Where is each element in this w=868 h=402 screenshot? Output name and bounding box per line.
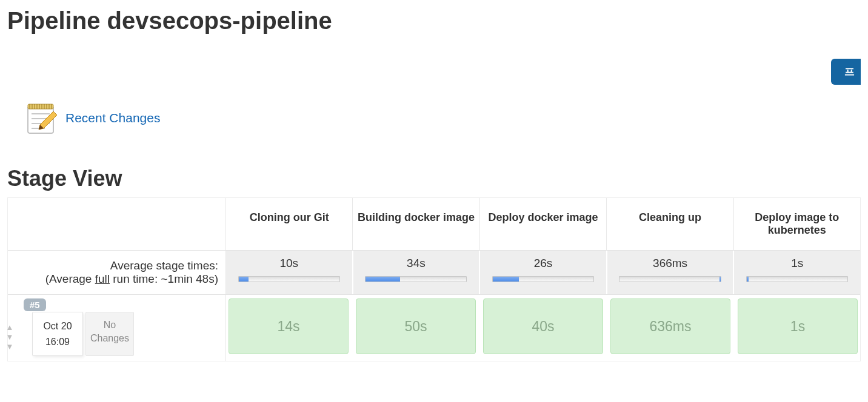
stage-header-row: Cloning our Git Building docker image De…: [8, 198, 860, 250]
average-time: 26s: [534, 257, 553, 269]
build-run-row[interactable]: ▲▼▼ #5 Oct 20 16:09 No Changes 14s 50s 4…: [8, 295, 860, 361]
page-title: Pipeline devsecops-pipeline: [7, 7, 861, 35]
changes-line1: No: [90, 318, 130, 332]
changes-line2: Changes: [90, 332, 130, 345]
header-left-spacer: [8, 198, 226, 250]
run-stage-cell[interactable]: 1s: [735, 295, 860, 361]
stage-duration-box: 1s: [738, 298, 858, 354]
average-cell: 26s: [480, 251, 607, 294]
stage-view-heading: Stage View: [7, 166, 861, 191]
run-side-arrows-icon: ▲▼▼: [5, 323, 14, 352]
avg-line2-full-word: full: [95, 272, 110, 285]
header-action-button[interactable]: 프: [831, 59, 861, 85]
stage-duration-box: 40s: [483, 298, 603, 354]
stage-header: Deploy image to kubernetes: [734, 198, 860, 250]
run-meta: Oct 20 16:09 No Changes: [32, 312, 134, 356]
build-number-badge[interactable]: #5: [24, 298, 46, 311]
stage-duration-box: 50s: [356, 298, 476, 354]
average-cell: 1s: [734, 251, 860, 294]
average-stage-row: Average stage times: (Average full run t…: [8, 250, 860, 295]
avg-line2-prefix: (Average: [45, 272, 95, 285]
stage-view-table: Cloning our Git Building docker image De…: [7, 197, 861, 361]
progress-bar-fill: [493, 277, 519, 282]
average-label-line2: (Average full run time: ~1min 48s): [45, 272, 218, 286]
top-actions: 프: [7, 59, 861, 85]
progress-bar-fill: [239, 277, 249, 282]
average-time: 1s: [791, 257, 803, 269]
stage-header: Deploy docker image: [480, 198, 607, 250]
run-stage-cell[interactable]: 40s: [481, 295, 608, 361]
progress-bar-fill: [366, 277, 400, 282]
average-time: 10s: [279, 257, 298, 269]
stage-header: Building docker image: [353, 198, 479, 250]
notepad-icon: [22, 100, 58, 136]
average-cell: 10s: [226, 251, 353, 294]
average-label-line1: Average stage times:: [110, 259, 218, 272]
progress-bar: [365, 276, 467, 282]
run-left-col: ▲▼▼ #5 Oct 20 16:09 No Changes: [8, 295, 226, 361]
progress-bar: [238, 276, 340, 282]
stage-header: Cleaning up: [607, 198, 733, 250]
stage-header: Cloning our Git: [226, 198, 353, 250]
progress-bar-fill: [747, 277, 749, 282]
run-stage-cell[interactable]: 636ms: [608, 295, 735, 361]
recent-changes-block: Recent Changes: [22, 100, 861, 136]
run-date-card[interactable]: Oct 20 16:09: [32, 312, 83, 356]
progress-bar-fill: [719, 277, 721, 282]
progress-bar: [492, 276, 594, 282]
stage-duration-box: 636ms: [610, 298, 730, 354]
run-stage-cell[interactable]: 50s: [353, 295, 481, 361]
run-changes-card[interactable]: No Changes: [85, 312, 134, 356]
stage-duration-box: 14s: [229, 298, 349, 354]
run-date: Oct 20: [36, 318, 79, 334]
average-cell: 34s: [353, 251, 481, 294]
average-cell: 366ms: [607, 251, 735, 294]
average-time: 366ms: [653, 257, 687, 269]
average-labels: Average stage times: (Average full run t…: [8, 251, 226, 294]
recent-changes-link[interactable]: Recent Changes: [65, 111, 160, 125]
average-time: 34s: [407, 257, 426, 269]
svg-rect-1: [28, 104, 53, 109]
run-stage-cell[interactable]: 14s: [226, 295, 353, 361]
run-time: 16:09: [36, 334, 79, 350]
progress-bar: [746, 276, 848, 282]
progress-bar: [619, 276, 721, 282]
avg-line2-suffix: run time: ~1min 48s): [110, 272, 218, 285]
